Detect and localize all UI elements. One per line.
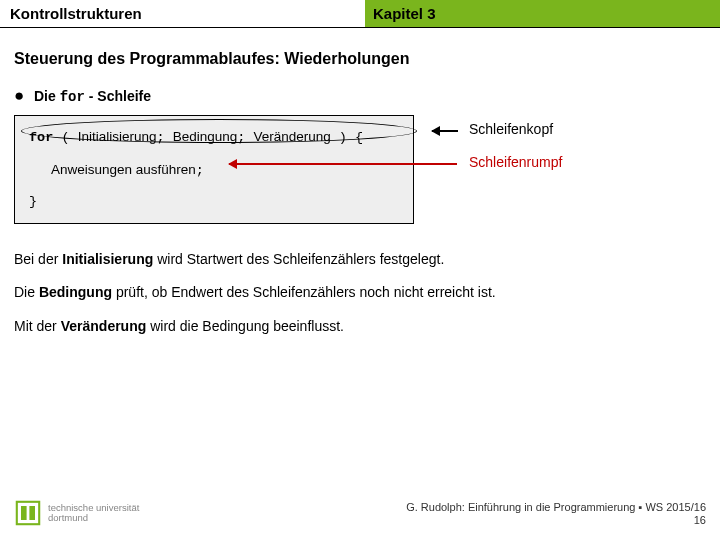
code-line-head: for ( Initialisierung; Bedingung; Veränd… bbox=[29, 126, 399, 149]
p1a: Bei der bbox=[14, 251, 62, 267]
p3a: Mit der bbox=[14, 318, 61, 334]
p2a: Die bbox=[14, 284, 39, 300]
code-change: Veränderung bbox=[253, 129, 330, 144]
bullet-keyword: for bbox=[60, 89, 85, 105]
bullet-item: ● Die for - Schleife bbox=[14, 88, 706, 105]
header-chapter: Kapitel 3 bbox=[365, 0, 720, 27]
svg-rect-1 bbox=[21, 506, 27, 520]
para-init: Bei der Initialisierung wird Startwert d… bbox=[14, 250, 706, 270]
code-cond: Bedingung bbox=[173, 129, 238, 144]
arrow-head bbox=[432, 130, 458, 132]
slide-header: Kontrollstrukturen Kapitel 3 bbox=[0, 0, 720, 28]
uni-line2: dortmund bbox=[48, 513, 139, 523]
p1b: Initialisierung bbox=[62, 251, 153, 267]
svg-rect-2 bbox=[29, 506, 35, 520]
bullet-prefix: Die bbox=[34, 88, 60, 104]
code-body-text: Anweisungen ausführen bbox=[51, 162, 196, 177]
svg-rect-0 bbox=[17, 502, 39, 524]
code-rparen-brace: ) { bbox=[331, 130, 363, 145]
bullet-text: Die for - Schleife bbox=[34, 88, 151, 105]
slide-footer: technische universität dortmund G. Rudol… bbox=[0, 492, 720, 540]
university-name: technische universität dortmund bbox=[48, 503, 139, 524]
tu-logo-icon bbox=[14, 499, 42, 527]
code-box: for ( Initialisierung; Bedingung; Veränd… bbox=[14, 115, 414, 224]
code-body-semi: ; bbox=[196, 163, 204, 178]
header-topic: Kontrollstrukturen bbox=[0, 0, 365, 27]
bullet-suffix: - Schleife bbox=[85, 88, 151, 104]
code-init: Initialisierung bbox=[78, 129, 157, 144]
university-logo: technische universität dortmund bbox=[14, 499, 139, 527]
code-lparen: ( bbox=[53, 130, 77, 145]
page-number: 16 bbox=[406, 514, 706, 526]
p1c: wird Startwert des Schleifenzählers fest… bbox=[153, 251, 444, 267]
slide-title: Steuerung des Programmablaufes: Wiederho… bbox=[14, 50, 706, 68]
code-diagram: for ( Initialisierung; Bedingung; Veränd… bbox=[14, 115, 706, 224]
para-cond: Die Bedingung prüft, ob Endwert des Schl… bbox=[14, 283, 706, 303]
arrow-body bbox=[229, 163, 457, 165]
p2b: Bedingung bbox=[39, 284, 112, 300]
code-line-close: } bbox=[29, 191, 399, 213]
credit-text: G. Rudolph: Einführung in die Programmie… bbox=[406, 501, 706, 513]
code-line-body: Anweisungen ausführen; bbox=[29, 149, 399, 192]
label-schleifenkopf: Schleifenkopf bbox=[469, 121, 553, 137]
label-schleifenrumpf: Schleifenrumpf bbox=[469, 154, 562, 170]
explanation-paragraphs: Bei der Initialisierung wird Startwert d… bbox=[14, 250, 706, 337]
p3c: wird die Bedingung beeinflusst. bbox=[146, 318, 344, 334]
code-sep2: ; bbox=[237, 130, 253, 145]
p3b: Veränderung bbox=[61, 318, 147, 334]
p2c: prüft, ob Endwert des Schleifenzählers n… bbox=[112, 284, 496, 300]
para-change: Mit der Veränderung wird die Bedingung b… bbox=[14, 317, 706, 337]
slide-content: Steuerung des Programmablaufes: Wiederho… bbox=[0, 28, 720, 337]
bullet-icon: ● bbox=[14, 91, 24, 101]
code-sep1: ; bbox=[156, 130, 172, 145]
code-kw-for: for bbox=[29, 130, 53, 145]
footer-credit: G. Rudolph: Einführung in die Programmie… bbox=[406, 501, 706, 526]
